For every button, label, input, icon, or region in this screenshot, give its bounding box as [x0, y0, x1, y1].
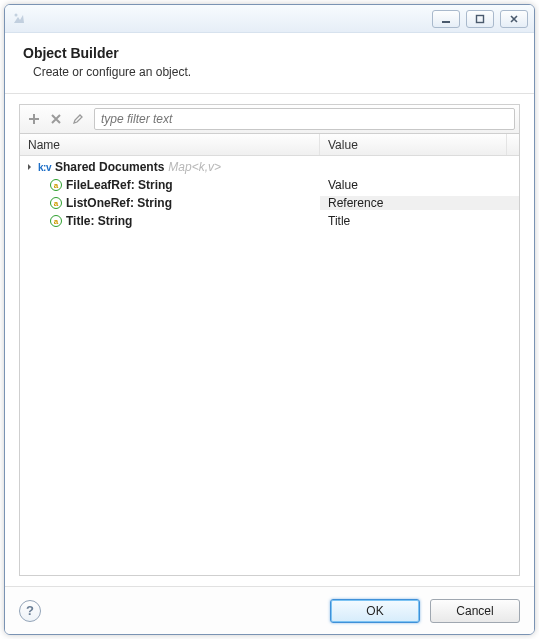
tree-table: Name Value k:v Shared Documents Map<k,v>: [19, 134, 520, 576]
maximize-button[interactable]: [466, 10, 494, 28]
tree-row-name: Title: String: [66, 214, 132, 228]
dialog-header: Object Builder Create or configure an ob…: [5, 33, 534, 94]
table-header: Name Value: [20, 134, 519, 156]
column-header-value[interactable]: Value: [320, 134, 507, 155]
close-button[interactable]: [500, 10, 528, 28]
dialog-title: Object Builder: [23, 45, 516, 61]
remove-button[interactable]: [46, 109, 66, 129]
cancel-button[interactable]: Cancel: [430, 599, 520, 623]
tree-row-value: Title: [328, 214, 350, 228]
help-button[interactable]: ?: [19, 600, 41, 622]
svg-rect-2: [477, 15, 484, 22]
attribute-icon: a: [50, 215, 62, 227]
tree-row[interactable]: a ListOneRef: String Reference: [20, 194, 519, 212]
map-icon: k:v: [38, 162, 51, 173]
edit-button[interactable]: [68, 109, 88, 129]
expand-toggle-icon[interactable]: [26, 162, 36, 172]
dialog-footer: ? OK Cancel: [5, 586, 534, 634]
minimize-button[interactable]: [432, 10, 460, 28]
tree-root-label: Shared Documents: [55, 160, 164, 174]
dialog-body: Name Value k:v Shared Documents Map<k,v>: [5, 94, 534, 586]
tree-row-name: ListOneRef: String: [66, 196, 172, 210]
column-header-spacer: [507, 134, 519, 155]
tree-row-value: Reference: [328, 196, 383, 210]
ok-button[interactable]: OK: [330, 599, 420, 623]
svg-point-0: [15, 13, 18, 16]
column-header-name[interactable]: Name: [20, 134, 320, 155]
add-button[interactable]: [24, 109, 44, 129]
window-controls: [432, 10, 528, 28]
table-body: k:v Shared Documents Map<k,v> a FileLeaf…: [20, 156, 519, 575]
tree-root-type: Map<k,v>: [168, 160, 221, 174]
titlebar: [5, 5, 534, 33]
tree-row-name: FileLeafRef: String: [66, 178, 173, 192]
tree-row-value: Value: [328, 178, 358, 192]
dialog-subtitle: Create or configure an object.: [33, 65, 516, 79]
tree-root-row[interactable]: k:v Shared Documents Map<k,v>: [20, 158, 519, 176]
filter-input[interactable]: [94, 108, 515, 130]
app-icon: [11, 11, 27, 27]
svg-rect-1: [442, 21, 450, 23]
attribute-icon: a: [50, 179, 62, 191]
tree-row[interactable]: a FileLeafRef: String Value: [20, 176, 519, 194]
attribute-icon: a: [50, 197, 62, 209]
tree-row[interactable]: a Title: String Title: [20, 212, 519, 230]
dialog-window: Object Builder Create or configure an ob…: [4, 4, 535, 635]
toolbar: [19, 104, 520, 134]
